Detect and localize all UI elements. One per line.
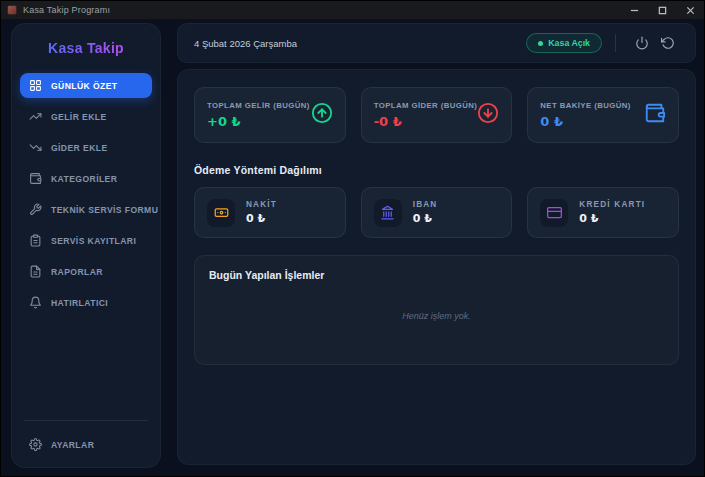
refresh-icon: [661, 36, 675, 50]
titlebar: Kasa Takip Programı: [1, 1, 704, 19]
payment-value: 0 ₺: [579, 212, 645, 225]
transactions-heading: Bugün Yapılan İşlemler: [209, 269, 664, 281]
transactions-empty-text: Henüz işlem yok.: [209, 281, 664, 351]
sidebar-nav: GÜNLÜK ÖZET GELİR EKLE GİDER EKLE KATEGO…: [20, 73, 152, 315]
brand-title: Kasa Takip: [20, 40, 152, 56]
maximize-button[interactable]: [648, 1, 676, 19]
payments-heading: Ödeme Yöntemi Dağılımı: [194, 164, 679, 176]
credit-card-icon: [540, 199, 568, 227]
current-date: 4 Şubat 2026 Çarşamba: [194, 38, 297, 49]
trending-down-icon: [29, 141, 42, 154]
sidebar: Kasa Takip GÜNLÜK ÖZET GELİR EKLE GİDER …: [11, 23, 161, 468]
bell-icon: [29, 296, 42, 309]
stat-card-net-bakiye: NET BAKİYE (BUGÜN) 0 ₺: [527, 87, 679, 143]
sidebar-footer: AYARLAR: [20, 420, 152, 457]
sidebar-item-gelir-ekle[interactable]: GELİR EKLE: [20, 104, 152, 129]
sidebar-item-gider-ekle[interactable]: GİDER EKLE: [20, 135, 152, 160]
payment-card-iban: IBAN 0 ₺: [361, 187, 513, 238]
banknote-icon: [207, 199, 235, 227]
sidebar-item-label: KATEGORİLER: [51, 174, 117, 184]
wrench-icon: [29, 203, 42, 216]
transactions-panel: Bugün Yapılan İşlemler Henüz işlem yok.: [194, 255, 679, 365]
sidebar-item-label: GELİR EKLE: [51, 112, 107, 122]
payments-row: NAKİT 0 ₺ IBAN 0 ₺: [194, 187, 679, 238]
kasa-status-badge[interactable]: Kasa Açık: [526, 33, 602, 53]
status-dot-icon: [538, 41, 543, 46]
power-button[interactable]: [629, 30, 655, 56]
sidebar-item-kategoriler[interactable]: KATEGORİLER: [20, 166, 152, 191]
close-button[interactable]: [676, 1, 704, 19]
minimize-button[interactable]: [620, 1, 648, 19]
stat-value: 0 ₺: [540, 114, 644, 129]
payment-label: IBAN: [413, 200, 438, 209]
gear-icon: [29, 438, 42, 451]
wallet-icon: [29, 172, 42, 185]
stat-label: NET BAKİYE (BUGÜN): [540, 101, 644, 110]
topbar-divider: [615, 34, 616, 52]
sidebar-item-teknik-servis-formu[interactable]: TEKNİK SERVİS FORMU: [20, 197, 152, 222]
sidebar-item-gunluk-ozet[interactable]: GÜNLÜK ÖZET: [20, 73, 152, 98]
arrow-down-circle-icon: [477, 102, 499, 128]
topbar: 4 Şubat 2026 Çarşamba Kasa Açık: [177, 23, 696, 63]
refresh-button[interactable]: [655, 30, 681, 56]
status-label: Kasa Açık: [548, 38, 590, 48]
sidebar-item-ayarlar[interactable]: AYARLAR: [20, 432, 152, 457]
bank-icon: [374, 199, 402, 227]
sidebar-item-servis-kayitlari[interactable]: SERVİS KAYITLARI: [20, 228, 152, 253]
stat-card-toplam-gider: TOPLAM GİDER (BUGÜN) -0 ₺: [361, 87, 513, 143]
window-title: Kasa Takip Programı: [23, 5, 110, 15]
sidebar-item-raporlar[interactable]: RAPORLAR: [20, 259, 152, 284]
grid-icon: [29, 79, 42, 92]
sidebar-item-label: TEKNİK SERVİS FORMU: [51, 205, 158, 215]
close-icon: [686, 6, 695, 15]
payment-label: KREDİ KARTI: [579, 200, 645, 209]
arrow-up-circle-icon: [311, 102, 333, 128]
power-icon: [635, 36, 649, 50]
file-text-icon: [29, 265, 42, 278]
window-controls: [620, 1, 704, 19]
stat-value: +0 ₺: [207, 114, 311, 129]
sidebar-item-label: GÜNLÜK ÖZET: [51, 81, 117, 91]
sidebar-item-label: SERVİS KAYITLARI: [51, 236, 136, 246]
stats-row: TOPLAM GELİR (BUGÜN) +0 ₺ TOPLAM GİDER (…: [194, 87, 679, 143]
payment-value: 0 ₺: [413, 212, 438, 225]
payment-value: 0 ₺: [246, 212, 277, 225]
sidebar-item-label: HATIRLATICI: [51, 298, 108, 308]
sidebar-item-label: GİDER EKLE: [51, 143, 108, 153]
sidebar-item-label: AYARLAR: [51, 440, 94, 450]
app-icon: [7, 5, 17, 15]
wallet-icon: [644, 102, 666, 128]
minimize-icon: [630, 6, 639, 15]
payment-card-nakit: NAKİT 0 ₺: [194, 187, 346, 238]
payment-card-kredi-karti: KREDİ KARTI 0 ₺: [527, 187, 679, 238]
trending-up-icon: [29, 110, 42, 123]
payment-label: NAKİT: [246, 200, 277, 209]
clipboard-icon: [29, 234, 42, 247]
main-panel: TOPLAM GELİR (BUGÜN) +0 ₺ TOPLAM GİDER (…: [177, 69, 696, 465]
sidebar-divider: [24, 420, 148, 421]
stat-label: TOPLAM GELİR (BUGÜN): [207, 101, 311, 110]
app-window: Kasa Takip Programı Kasa Takip GÜNLÜK ÖZ…: [0, 0, 705, 477]
sidebar-item-hatirlatici[interactable]: HATIRLATICI: [20, 290, 152, 315]
stat-label: TOPLAM GİDER (BUGÜN): [374, 101, 478, 110]
maximize-icon: [658, 6, 667, 15]
main-column: 4 Şubat 2026 Çarşamba Kasa Açık: [177, 23, 696, 476]
stat-card-toplam-gelir: TOPLAM GELİR (BUGÜN) +0 ₺: [194, 87, 346, 143]
sidebar-item-label: RAPORLAR: [51, 267, 103, 277]
stat-value: -0 ₺: [374, 114, 478, 129]
